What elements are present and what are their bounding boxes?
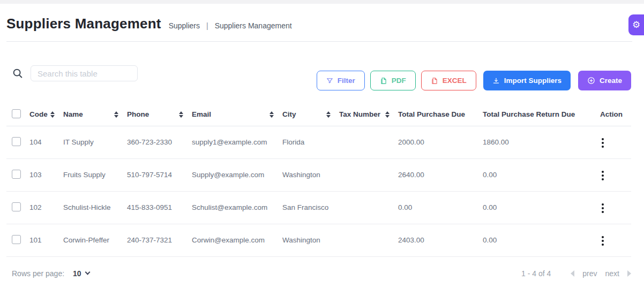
select-all-checkbox[interactable] xyxy=(12,109,21,118)
sort-icon xyxy=(269,111,274,118)
pdf-button[interactable]: PDF xyxy=(370,71,416,90)
cell-total_purchase_return_due: 0.00 xyxy=(483,203,497,211)
column-label-name: Name xyxy=(63,110,83,118)
kebab-icon xyxy=(602,236,604,238)
column-header-phone[interactable]: Phone xyxy=(127,103,192,126)
cell-phone: 415-833-0951 xyxy=(127,203,172,211)
column-label-email: Email xyxy=(192,110,211,118)
table-row: 103Fruits Supply510-797-5714Supply@examp… xyxy=(6,158,631,191)
cell-email: Schulist@example.com xyxy=(192,203,267,211)
sort-icon xyxy=(50,111,55,118)
cell-phone: 510-797-5714 xyxy=(127,171,172,179)
page-header: Suppliers Management Suppliers | Supplie… xyxy=(6,4,632,41)
row-checkbox[interactable] xyxy=(12,137,21,146)
cell-total_purchase_due: 2640.00 xyxy=(398,171,424,179)
rows-per-page-value: 10 xyxy=(73,269,81,278)
row-actions-button[interactable] xyxy=(598,200,607,216)
chevron-down-icon xyxy=(85,270,90,275)
cell-name: Schulist-Hickle xyxy=(63,203,111,211)
cell-code: 101 xyxy=(29,236,42,244)
rows-per-page-label: Rows per page: xyxy=(12,269,64,278)
cell-total_purchase_return_due: 1860.00 xyxy=(483,138,509,146)
cell-total_purchase_due: 2403.00 xyxy=(398,236,424,244)
search-area xyxy=(6,65,138,81)
column-label-total_purchase_due: Total Purchase Due xyxy=(398,110,465,118)
column-header-total_purchase_due: Total Purchase Due xyxy=(398,103,483,126)
cell-phone: 240-737-7321 xyxy=(127,236,172,244)
row-checkbox[interactable] xyxy=(12,202,21,211)
pdf-button-label: PDF xyxy=(392,77,406,85)
pagination: 1 - 4 of 4 prev next xyxy=(521,269,631,278)
create-button-label: Create xyxy=(600,77,622,85)
cell-name: IT Supply xyxy=(63,138,94,146)
filter-button-label: Filter xyxy=(338,77,355,85)
sort-icon xyxy=(326,111,331,118)
table-header-row: CodeNamePhoneEmailCityTax NumberTotal Pu… xyxy=(6,103,631,126)
search-input[interactable] xyxy=(31,65,138,81)
column-header-action: Action xyxy=(589,103,631,126)
sort-icon xyxy=(179,111,183,118)
cell-name: Corwin-Pfeffer xyxy=(63,236,109,244)
top-strip xyxy=(0,0,644,4)
column-label-phone: Phone xyxy=(127,110,149,118)
next-page-link[interactable]: next xyxy=(605,269,619,278)
cell-name: Fruits Supply xyxy=(63,171,106,179)
breadcrumb-current: Suppliers Management xyxy=(215,21,292,30)
filter-button[interactable]: Filter xyxy=(317,71,365,90)
settings-button[interactable]: ⚙ xyxy=(628,14,644,35)
cell-email: supply1@example.com xyxy=(192,138,267,146)
rows-per-page-select[interactable]: 10 xyxy=(73,269,89,278)
cell-total_purchase_due: 2000.00 xyxy=(398,138,424,146)
cell-code: 104 xyxy=(29,138,42,146)
column-header-tax_number[interactable]: Tax Number xyxy=(339,103,398,126)
column-label-code: Code xyxy=(29,110,48,118)
cell-city: San Francisco xyxy=(282,203,328,211)
column-header-name[interactable]: Name xyxy=(63,103,127,126)
column-label-city: City xyxy=(282,110,296,118)
row-actions-button[interactable] xyxy=(598,168,607,184)
excel-button[interactable]: EXCEL xyxy=(421,71,476,90)
download-icon xyxy=(492,77,500,85)
column-header-total_purchase_return_due: Total Purchase Return Due xyxy=(483,103,589,126)
gear-icon: ⚙ xyxy=(632,19,640,31)
search-icon xyxy=(12,67,24,79)
column-label-tax_number: Tax Number xyxy=(339,110,380,118)
create-button[interactable]: Create xyxy=(578,71,631,90)
suppliers-page: Suppliers Management Suppliers | Supplie… xyxy=(0,4,644,296)
column-header-code[interactable]: Code xyxy=(29,103,63,126)
cell-total_purchase_due: 0.00 xyxy=(398,203,412,211)
import-suppliers-button[interactable]: Import Suppliers xyxy=(483,71,571,90)
toolbar-buttons: Filter PDF EXCEL xyxy=(317,71,631,90)
next-page-icon[interactable] xyxy=(627,270,631,277)
rows-per-page: Rows per page: 10 xyxy=(6,269,89,278)
table-footer: Rows per page: 10 1 - 4 of 4 prev next xyxy=(6,257,631,290)
column-header-email[interactable]: Email xyxy=(192,103,282,126)
column-header-city[interactable]: City xyxy=(282,103,339,126)
import-suppliers-label: Import Suppliers xyxy=(504,77,561,85)
breadcrumb-parent[interactable]: Suppliers xyxy=(169,21,200,30)
plus-circle-icon xyxy=(587,77,595,85)
pagination-range: 1 - 4 of 4 xyxy=(521,269,551,278)
kebab-icon xyxy=(602,203,604,206)
sort-icon xyxy=(114,111,118,118)
table-row: 102Schulist-Hickle415-833-0951Schulist@e… xyxy=(6,191,631,224)
row-actions-button[interactable] xyxy=(598,233,607,249)
suppliers-table: CodeNamePhoneEmailCityTax NumberTotal Pu… xyxy=(6,103,631,257)
row-checkbox[interactable] xyxy=(12,235,21,244)
prev-page-icon[interactable] xyxy=(571,270,574,277)
excel-button-label: EXCEL xyxy=(443,77,467,85)
toolbar: Filter PDF EXCEL xyxy=(6,65,631,90)
kebab-icon xyxy=(602,138,604,140)
cell-total_purchase_return_due: 0.00 xyxy=(483,236,497,244)
column-header-select[interactable] xyxy=(6,103,29,126)
column-label-total_purchase_return_due: Total Purchase Return Due xyxy=(483,110,575,118)
sort-icon xyxy=(385,111,390,118)
row-checkbox[interactable] xyxy=(12,170,21,179)
row-actions-button[interactable] xyxy=(598,135,607,151)
cell-email: Supply@example.com xyxy=(192,171,264,179)
cell-email: Corwin@example.com xyxy=(192,236,265,244)
cell-total_purchase_return_due: 0.00 xyxy=(483,171,497,179)
pdf-file-icon xyxy=(380,77,387,85)
prev-page-link[interactable]: prev xyxy=(582,269,597,278)
filter-funnel-icon xyxy=(326,77,333,84)
